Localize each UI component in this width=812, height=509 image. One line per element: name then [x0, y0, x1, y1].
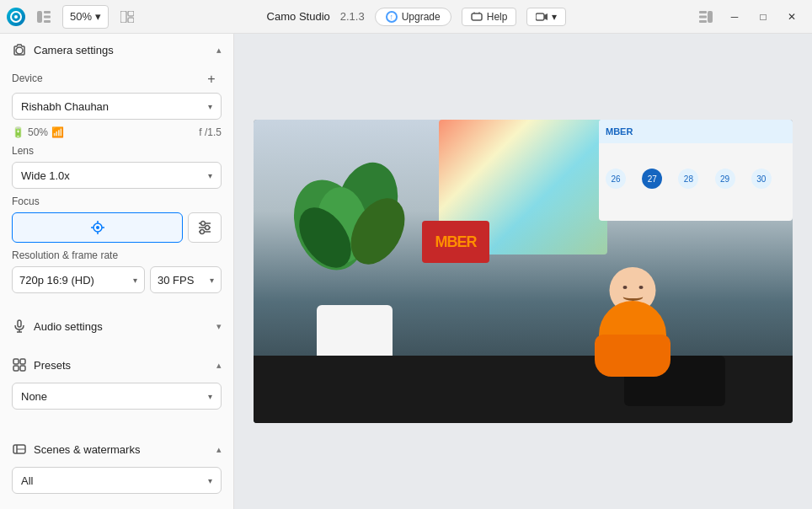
device-dropdown-value: Rishabh Chauhan — [21, 100, 109, 113]
app-logo-icon — [7, 8, 25, 26]
svg-rect-6 — [120, 11, 126, 23]
presets-header[interactable]: Presets ▴ — [0, 349, 233, 381]
svg-rect-37 — [20, 366, 25, 371]
main-content: Camera settings ▴ Device + Rishabh Chauh… — [0, 34, 812, 509]
help-button[interactable]: Help — [462, 8, 517, 26]
titlebar-center: Camo Studio 2.1.3 ↑ Upgrade Help ▾ — [144, 8, 689, 26]
device-dropdown[interactable]: Rishabh Chauhan ▾ — [12, 93, 222, 120]
add-icon: + — [207, 72, 215, 87]
minimize-button[interactable]: ─ — [721, 5, 748, 29]
svg-rect-9 — [472, 13, 482, 20]
svg-point-20 — [96, 226, 99, 229]
audio-settings-icon — [12, 319, 27, 334]
plant-leaves — [287, 162, 422, 313]
svg-point-1 — [14, 15, 18, 19]
svg-point-18 — [16, 47, 23, 54]
sidebar-right-toggle[interactable] — [692, 5, 719, 29]
sidebar-toggle-button[interactable] — [30, 5, 57, 29]
svg-rect-31 — [18, 320, 21, 327]
camera-select-button[interactable]: ▾ — [526, 8, 566, 26]
scenes-value: All — [21, 474, 33, 487]
svg-rect-5 — [44, 20, 51, 23]
presets-label: Presets — [34, 359, 71, 372]
device-label: Device — [12, 72, 43, 84]
svg-rect-12 — [536, 13, 544, 20]
camera-settings-chevron: ▴ — [216, 45, 222, 56]
svg-point-30 — [200, 230, 205, 234]
camera-settings-icon — [12, 42, 27, 57]
buddha-eye-right — [638, 286, 643, 289]
resolution-dropdown[interactable]: 720p 16:9 (HD) ▾ — [12, 266, 145, 293]
maximize-button[interactable]: □ — [750, 5, 777, 29]
battery-percent: 50% — [28, 126, 48, 138]
lens-value: Wide 1.0x — [21, 169, 70, 182]
sidebar: Camera settings ▴ Device + Rishabh Chauh… — [0, 34, 234, 509]
lens-label: Lens — [12, 145, 222, 157]
svg-rect-34 — [13, 359, 19, 364]
presets-value: None — [21, 390, 47, 403]
audio-settings-header[interactable]: Audio settings ▾ — [0, 310, 233, 342]
device-stats: 🔋 50% 📶 f /1.5 — [12, 126, 222, 138]
bg-calendar: MBER 26 27 28 29 30 — [599, 120, 793, 221]
cal-day-28: 28 — [678, 169, 698, 189]
lens-chevron: ▾ — [208, 171, 212, 180]
aperture-value: f /1.5 — [199, 126, 222, 138]
resolution-label: Resolution & frame rate — [12, 249, 222, 261]
camera-settings-content: Device + Rishabh Chauhan ▾ 🔋 50% 📶 f /1.… — [0, 66, 233, 303]
device-dropdown-arrow: ▾ — [208, 102, 212, 111]
scenes-watermarks-icon — [12, 442, 27, 457]
zoom-dropdown[interactable]: 50% ▾ — [62, 5, 109, 29]
zoom-chevron: ▾ — [95, 10, 101, 23]
upgrade-icon: ↑ — [386, 11, 398, 23]
focus-auto-button[interactable] — [12, 212, 183, 243]
svg-rect-15 — [699, 15, 707, 18]
close-icon: ✕ — [788, 11, 796, 23]
camera-settings-header[interactable]: Camera settings ▴ — [0, 34, 233, 66]
titlebar-left: 50% ▾ — [7, 5, 141, 29]
fps-chevron: ▾ — [210, 276, 214, 285]
cal-day-29: 29 — [715, 169, 735, 189]
scenes-watermarks-label: Scenes & watermarks — [34, 443, 140, 456]
svg-rect-4 — [44, 15, 51, 18]
presets-content: None ▾ — [0, 381, 233, 426]
presets-dropdown-arrow: ▾ — [208, 392, 212, 401]
calendar-grid: 26 27 28 29 30 — [599, 143, 793, 196]
buddha-figurine — [590, 267, 675, 377]
scenes-watermarks-header[interactable]: Scenes & watermarks ▴ — [0, 433, 233, 465]
titlebar: 50% ▾ Camo Studio 2.1.3 ↑ Upgrade Help ▾ — [0, 0, 812, 34]
cal-day-27: 27 — [642, 169, 662, 189]
svg-point-28 — [201, 222, 206, 226]
scenes-watermarks-header-left: Scenes & watermarks — [12, 442, 140, 457]
resolution-chevron: ▾ — [133, 276, 137, 285]
presets-icon — [12, 357, 27, 372]
fps-value: 30 FPS — [158, 274, 194, 287]
battery-icon: 🔋 — [12, 126, 24, 138]
svg-rect-3 — [44, 11, 51, 13]
upgrade-button[interactable]: ↑ Upgrade — [375, 8, 451, 26]
preview-image: MBER 26 27 28 29 30 MBER — [254, 120, 793, 423]
focus-row — [12, 212, 222, 243]
buddha-robe — [595, 335, 670, 377]
close-button[interactable]: ✕ — [778, 5, 805, 29]
scenes-watermarks-content: All ▾ — [0, 465, 233, 509]
svg-rect-35 — [20, 359, 25, 364]
lens-dropdown[interactable]: Wide 1.0x ▾ — [12, 162, 222, 189]
presets-chevron: ▴ — [216, 360, 222, 371]
buddha-eye-left — [622, 286, 627, 289]
audio-settings-chevron: ▾ — [216, 321, 222, 332]
app-title: Camo Studio — [267, 10, 330, 23]
presets-dropdown[interactable]: None ▾ — [12, 383, 222, 410]
svg-rect-17 — [708, 11, 713, 23]
battery-wifi-group: 🔋 50% 📶 — [12, 126, 64, 138]
focus-manual-button[interactable] — [188, 212, 222, 243]
maximize-icon: □ — [760, 11, 766, 23]
add-device-button[interactable]: + — [201, 69, 222, 89]
app-version: 2.1.3 — [340, 10, 365, 23]
cam-chevron: ▾ — [552, 11, 557, 23]
scenes-dropdown[interactable]: All ▾ — [12, 467, 222, 494]
fps-dropdown[interactable]: 30 FPS ▾ — [150, 266, 222, 293]
cal-day-26: 26 — [606, 169, 626, 189]
layout-toggle-button[interactable] — [114, 5, 141, 29]
camera-settings-header-left: Camera settings — [12, 42, 114, 57]
minimize-icon: ─ — [731, 11, 739, 23]
